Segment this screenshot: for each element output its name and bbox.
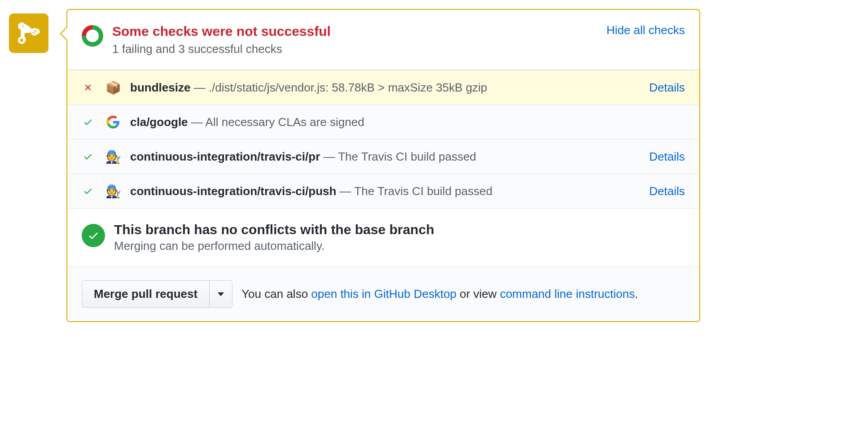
merge-ok-badge [82,224,105,247]
check-avatar [105,114,121,130]
check-details-link[interactable]: Details [649,184,685,198]
checks-status-subtitle: 1 failing and 3 successful checks [112,42,597,56]
check-description: The Travis CI build passed [354,184,492,198]
check-details-link[interactable]: Details [649,150,685,164]
merge-status-box: Some checks were not successful 1 failin… [66,9,700,322]
check-row: 📦bundlesize — ./dist/static/js/vendor.js… [67,70,699,105]
check-row: cla/google — All necessary CLAs are sign… [67,105,699,139]
hide-all-checks-link[interactable]: Hide all checks [606,23,685,37]
check-icon [82,186,94,196]
check-icon [88,230,99,241]
checks-donut-icon [82,25,103,47]
check-avatar: 🧑‍🔧 [105,183,121,199]
merge-conflict-subtitle: Merging can be performed automatically. [114,239,434,253]
check-name: continuous-integration/travis-ci/push [130,184,336,198]
checks-status-title: Some checks were not successful [112,23,597,39]
check-row: 🧑‍🔧continuous-integration/travis-ci/pr —… [67,139,699,174]
check-text: bundlesize — ./dist/static/js/vendor.js:… [130,81,640,95]
merge-description: You can also open this in GitHub Desktop… [241,287,638,301]
check-name: continuous-integration/travis-ci/pr [130,150,320,163]
x-icon [82,83,94,92]
check-description: All necessary CLAs are signed [206,115,364,129]
check-avatar: 🧑‍🔧 [105,148,121,165]
check-name: bundlesize [130,81,190,94]
timeline-merge-badge [9,13,48,53]
checks-list: 📦bundlesize — ./dist/static/js/vendor.js… [67,70,699,209]
check-name: cla/google [130,115,188,129]
command-line-instructions-link[interactable]: command line instructions [500,287,635,301]
check-text: cla/google — All necessary CLAs are sign… [130,115,685,129]
check-description: ./dist/static/js/vendor.js: 58.78kB > ma… [209,81,487,94]
merge-options-dropdown[interactable] [210,280,232,308]
check-description: The Travis CI build passed [338,150,476,163]
svg-point-1 [19,37,25,43]
git-merge-icon [18,22,40,44]
check-text: continuous-integration/travis-ci/push — … [130,184,640,198]
open-github-desktop-link[interactable]: open this in GitHub Desktop [311,287,456,301]
check-details-link[interactable]: Details [649,81,685,95]
check-row: 🧑‍🔧continuous-integration/travis-ci/push… [67,174,699,208]
merge-pull-request-button[interactable]: Merge pull request [82,280,210,308]
check-icon [82,152,94,161]
check-icon [82,117,94,127]
caret-down-icon [218,292,224,297]
check-avatar: 📦 [105,79,121,96]
merge-conflict-title: This branch has no conflicts with the ba… [114,222,434,237]
check-text: continuous-integration/travis-ci/pr — Th… [130,150,640,164]
